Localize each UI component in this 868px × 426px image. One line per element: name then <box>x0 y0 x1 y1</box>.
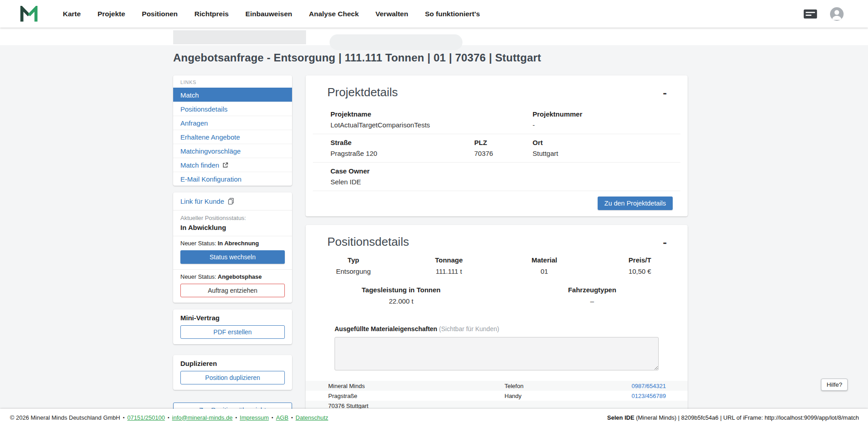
case-owner-label: Case Owner <box>330 167 680 175</box>
app-root: Karte Projekte Positionen Richtpreis Ein… <box>0 0 868 426</box>
projektdetails-collapse-button[interactable]: - <box>660 88 670 97</box>
user-avatar[interactable] <box>830 7 844 21</box>
field-projektnummer: Projektnummer - <box>533 110 680 129</box>
loading-skeleton-2 <box>330 34 462 50</box>
field-ort: Ort Stuttgart <box>533 139 680 157</box>
materialeigenschaften-textarea[interactable] <box>335 337 659 370</box>
fahrzeugtypen-label: Fahrzeugtypen <box>497 286 688 294</box>
footer-left: © 2026 Mineral Minds Deutschland GmbH • … <box>10 414 328 421</box>
nav-analyse-check[interactable]: Analyse Check <box>309 10 359 18</box>
projektnummer-label: Projektnummer <box>533 110 680 118</box>
field-tagesleistung: Tagesleistung in Tonnen 22.000 t <box>306 286 497 305</box>
tonnage-value: 111.111 t <box>401 267 496 275</box>
footer-separator: • <box>272 415 274 420</box>
contact-city: 70376 Stuttgart <box>328 403 505 409</box>
sidebar-item-label: Positionsdetails <box>180 105 227 113</box>
page-title: Angebotsanfrage - Entsorgung | 111.111 T… <box>173 51 541 64</box>
footer-session-text: (Mineral Minds) | 8209b5fc54a6 | URL of … <box>634 414 859 421</box>
next-status-billing: Neuer Status:In Abrechnung <box>173 236 292 249</box>
sidebar-item-matchingvorschlaege[interactable]: Matchingvorschläge <box>173 144 292 158</box>
sidebar-item-match-finden[interactable]: Match finden <box>173 158 292 172</box>
materialeigenschaften-section: Ausgefüllte Materialeigenschaften (Sicht… <box>335 325 659 370</box>
nav-karte[interactable]: Karte <box>63 10 81 18</box>
ort-label: Ort <box>533 139 680 146</box>
external-link-icon <box>222 162 228 168</box>
footer-datenschutz-link[interactable]: Datenschutz <box>296 414 328 421</box>
auftrag-entziehen-button[interactable]: Auftrag entziehen <box>180 284 285 297</box>
field-tonnage: Tonnage 111.111 t <box>401 256 496 275</box>
links-header: LINKS <box>173 75 292 88</box>
plz-label: PLZ <box>474 139 533 146</box>
case-owner-value: Selen IDE <box>330 178 680 186</box>
links-card: LINKS Match Positionsdetails Anfragen Er… <box>173 75 292 186</box>
sidebar-item-email-konfiguration[interactable]: E-Mail Konfiguration <box>173 172 292 186</box>
hilfe-button[interactable]: Hilfe? <box>821 379 848 391</box>
nav-verwalten[interactable]: Verwalten <box>376 10 408 18</box>
plz-value: 70376 <box>474 150 533 157</box>
field-fahrzeugtypen: Fahrzeugtypen – <box>497 286 688 305</box>
link-fuer-kunde-label: Link für Kunde <box>180 197 224 205</box>
status-wechseln-button[interactable]: Status wechseln <box>180 250 285 264</box>
projektdetails-title: Projektdetails <box>327 85 398 99</box>
footer-phone-link[interactable]: 07151/250100 <box>127 414 165 421</box>
tonnage-label: Tonnage <box>401 256 496 264</box>
sidebar-item-label: Matchingvorschläge <box>180 147 241 155</box>
pdf-erstellen-button[interactable]: PDF erstellen <box>180 325 285 339</box>
field-strasse: Straße Pragstraße 120 <box>330 139 474 157</box>
footer-separator: • <box>235 415 237 420</box>
position-duplizieren-button[interactable]: Position duplizieren <box>180 371 285 384</box>
sidebar-item-label: Erhaltene Angebote <box>180 133 240 141</box>
footer-email-link[interactable]: info@mineral-minds.de <box>172 414 233 421</box>
material-label: Material <box>497 256 592 264</box>
top-navbar: Karte Projekte Positionen Richtpreis Ein… <box>0 0 868 28</box>
person-icon <box>830 7 844 21</box>
positionsdetails-header: Positionsdetails - <box>306 225 688 255</box>
positionsdetails-collapse-button[interactable]: - <box>660 238 670 247</box>
materialeigenschaften-hint: (Sichtbar für Kunden) <box>439 325 499 332</box>
sidebar-item-positionsdetails[interactable]: Positionsdetails <box>173 102 292 116</box>
field-projektname: Projektname LotActualTargetComparisonTes… <box>330 110 533 129</box>
positionsdetails-title: Positionsdetails <box>327 235 409 249</box>
preis-value: 10,50 € <box>592 267 688 275</box>
ort-value: Stuttgart <box>533 150 680 157</box>
projektdetails-fields: Projektname LotActualTargetComparisonTes… <box>313 106 680 191</box>
zu-den-projektdetails-button[interactable]: Zu den Projektdetails <box>598 197 673 210</box>
materialeigenschaften-label-text: Ausgefüllte Materialeigenschaften <box>335 325 437 332</box>
footer-agb-link[interactable]: AGB <box>276 414 288 421</box>
nav-so-funktionierts[interactable]: So funktioniert's <box>425 10 480 18</box>
fahrzeugtypen-value: – <box>497 297 688 305</box>
projektname-value: LotActualTargetComparisonTests <box>330 121 533 129</box>
server-icon[interactable] <box>803 9 817 19</box>
app-logo[interactable] <box>20 6 38 22</box>
telefon-link[interactable]: 0987/654321 <box>632 383 666 389</box>
copy-icon <box>228 198 234 205</box>
sidebar-item-erhaltene-angebote[interactable]: Erhaltene Angebote <box>173 130 292 144</box>
projektdetails-card: Projektdetails - Projektname LotActualTa… <box>306 75 688 216</box>
material-value: 01 <box>497 267 592 275</box>
contact-company: Mineral Minds <box>328 383 505 389</box>
mini-vertrag-card: Mini-Vertrag PDF erstellen <box>173 309 292 344</box>
sidebar-item-match[interactable]: Match <box>173 88 292 102</box>
sidebar-item-anfragen[interactable]: Anfragen <box>173 116 292 130</box>
footer-session-info: Selen IDE (Mineral Minds) | 8209b5fc54a6… <box>607 414 859 421</box>
field-case-owner: Case Owner Selen IDE <box>330 167 680 186</box>
sidebar-item-label: Anfragen <box>180 119 208 127</box>
next-status-value: Angebotsphase <box>218 273 262 280</box>
nav-positionen[interactable]: Positionen <box>142 10 178 18</box>
current-status-block: Aktueller Positionsstatus: In Abwicklung <box>173 211 292 236</box>
nav-einbauweisen[interactable]: Einbauweisen <box>245 10 292 18</box>
preis-label: Preis/T <box>592 256 688 264</box>
projektname-label: Projektname <box>330 110 533 118</box>
link-fuer-kunde[interactable]: Link für Kunde <box>173 192 292 210</box>
mineral-minds-logo-icon <box>20 6 38 22</box>
next-status-prefix: Neuer Status: <box>180 240 217 247</box>
position-fields-row-1: Typ Entsorgung Tonnage 111.111 t Materia… <box>306 256 688 275</box>
current-status-value: In Abwicklung <box>180 224 285 231</box>
field-plz: PLZ 70376 <box>474 139 533 157</box>
tagesleistung-label: Tagesleistung in Tonnen <box>306 286 497 294</box>
handy-link[interactable]: 0123/456789 <box>632 393 666 399</box>
footer-impressum-link[interactable]: Impressum <box>240 414 269 421</box>
next-status-value: In Abrechnung <box>218 240 259 247</box>
nav-projekte[interactable]: Projekte <box>98 10 125 18</box>
nav-richtpreis[interactable]: Richtpreis <box>194 10 229 18</box>
